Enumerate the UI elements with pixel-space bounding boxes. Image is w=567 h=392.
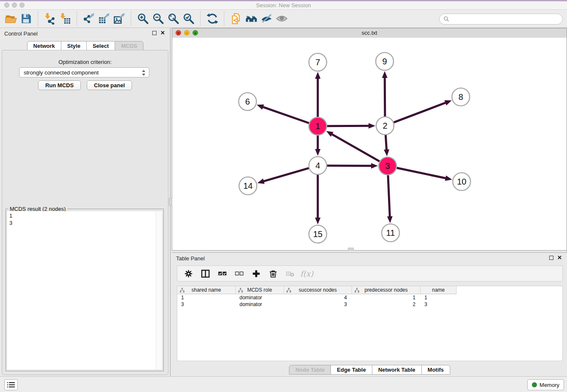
column-header-MCDS-role[interactable]: MCDS role [236,286,284,294]
graph-edge-3-11[interactable] [388,175,390,218]
graph-edge-1-2[interactable] [327,126,370,126]
graph-node-label: 14 [243,181,253,190]
toolbar-separator [38,11,39,26]
memory-label: Memory [539,382,559,388]
hide-graphics-details-icon[interactable] [259,11,274,26]
graph-edge-arrow [369,123,375,129]
table-cell: 1 [421,294,457,301]
export-image-icon[interactable] [112,11,127,26]
graph-edge-arrow [444,100,451,105]
column-header-name[interactable]: name [421,286,457,294]
tab-network[interactable]: Network [27,41,61,51]
zoom-in-icon[interactable] [135,11,151,26]
houses-icon[interactable] [244,11,259,26]
table-toolbar: f(x) [177,265,563,282]
graph-edge-arrow [257,105,264,110]
table-row[interactable]: 3dominator323 [177,301,562,308]
table-body: 1dominator4113dominator323 [177,294,562,308]
graph-edge-1-6[interactable] [262,107,309,123]
network-canvas[interactable]: 7968124314101511 [172,38,567,250]
zoom-out-icon[interactable] [151,11,166,26]
node-table: shared nameMCDS rolesuccessor nodesprede… [177,286,563,361]
graph-node-label: 15 [313,229,322,239]
float-table-panel-icon[interactable] [549,256,553,260]
graph-edge-3-10[interactable] [397,168,447,179]
settings-icon[interactable] [183,268,193,279]
graph-edge-4-3[interactable] [327,166,372,166]
column-label: successor nodes [299,287,337,293]
delete-row-icon[interactable] [268,268,278,279]
graph-edge-arrow [315,72,321,79]
table-cell: 3 [177,301,236,308]
tab-style[interactable]: Style [61,41,87,51]
table-panel-title: Table Panel [176,255,205,262]
toolbar-icons [3,11,289,26]
graph-edge-arrow [445,176,452,181]
column-type-icon [355,288,359,294]
column-label: predecessor nodes [364,287,407,293]
graph-edge-arrow [384,149,389,156]
graph-edge-2-9[interactable] [385,77,385,116]
open-session-icon[interactable] [3,11,19,26]
toolbar-separator [131,11,132,26]
show-graphics-details-icon[interactable] [274,11,289,26]
close-panel-icon[interactable]: ✕ [160,31,165,35]
search-input[interactable] [451,16,562,23]
deselect-all-icon[interactable] [234,268,244,279]
save-session-icon[interactable] [19,11,34,26]
control-panel-title: Control Panel [4,30,38,37]
export-network-icon[interactable] [81,11,96,26]
graph-edge-2-8[interactable] [394,102,447,122]
splitter-grip-vertical[interactable] [169,198,172,206]
graph-edge-arrow [315,218,321,224]
tab-motifs[interactable]: Motifs [421,365,450,375]
import-table-icon[interactable] [58,11,73,26]
tab-node-table[interactable]: Node Table [289,365,331,375]
tab-mcds[interactable]: MCDS [115,41,143,51]
column-header-shared-name[interactable]: shared name [177,286,236,294]
run-mcds-button[interactable]: Run MCDS [38,80,81,90]
application-window: Session: New Session Control Panel ✕ Net… [0,0,567,392]
graph-edge-4-14[interactable] [263,168,309,182]
copy-network-icon[interactable] [228,11,244,26]
tab-select[interactable]: Select [86,41,115,51]
tab-edge-table[interactable]: Edge Table [330,365,372,375]
network-window-title: scc.txt [172,30,567,36]
export-table-icon[interactable] [96,11,112,26]
columns-icon[interactable] [200,268,210,279]
result-line: 1 [9,212,12,219]
table-cell: 1 [177,294,236,301]
table-row[interactable]: 1dominator411 [177,294,562,301]
network-window-titlebar[interactable]: ✕ − + scc.txt [172,28,567,38]
add-row-icon[interactable] [251,268,261,279]
splitter-grip-horizontal[interactable] [348,248,354,251]
graph-edge-2-3[interactable] [385,135,386,151]
memory-status-icon [532,382,537,387]
optimization-dropdown[interactable]: strongly connected component [19,67,149,77]
close-table-panel-icon[interactable]: ✕ [557,256,562,260]
graph-edge-3-1[interactable] [331,134,380,161]
toolbar-separator [200,11,201,26]
column-header-predecessor-nodes[interactable]: predecessor nodes [352,286,421,294]
task-history-button[interactable] [4,379,18,390]
network-graph[interactable]: 7968124314101511 [172,38,567,250]
tab-network-table[interactable]: Network Table [372,365,422,375]
search-box[interactable] [439,14,563,25]
graph-node-label: 4 [315,161,320,170]
window-titlebar: Session: New Session [0,1,567,10]
mcds-result-textarea[interactable]: 13 [7,211,162,370]
select-all-icon[interactable] [217,268,227,279]
result-scrollbar[interactable] [156,211,162,370]
zoom-fit-icon[interactable] [166,11,181,26]
column-header-successor-nodes[interactable]: successor nodes [284,286,352,294]
import-network-icon[interactable] [42,11,58,26]
close-panel-button[interactable]: Close panel [87,80,132,90]
float-panel-icon[interactable] [152,31,157,35]
table-cell: dominator [236,294,284,301]
table-tabs: Node TableEdge TableNetwork TableMotifs [172,365,567,375]
refresh-icon[interactable] [205,11,220,26]
table-cell: 2 [352,301,421,308]
memory-button[interactable]: Memory [527,379,564,390]
zoom-selected-icon[interactable] [181,11,196,26]
control-panel-tabs: NetworkStyleSelectMCDS [0,41,170,51]
